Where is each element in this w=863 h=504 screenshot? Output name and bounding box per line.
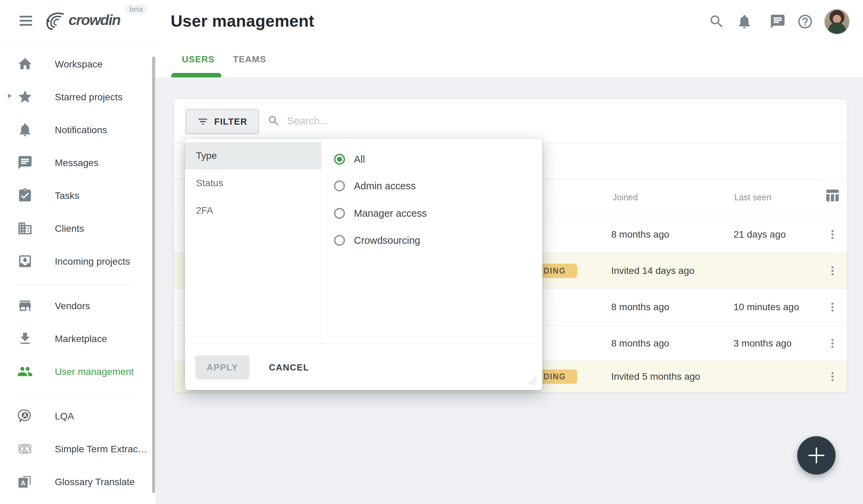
search-input[interactable] [286, 115, 500, 127]
panel-divider [321, 139, 321, 343]
table-search [267, 109, 500, 133]
filter-category-status[interactable]: Status [185, 169, 321, 197]
resize-handle[interactable] [528, 375, 539, 386]
sidebar-divider [16, 395, 134, 395]
user-management-screen: crowdin beta Workspace Starred projects … [0, 0, 863, 504]
sidebar-item-tasks[interactable]: Tasks [0, 186, 156, 207]
translate-icon: A [17, 474, 33, 490]
row-menu-icon[interactable] [826, 336, 839, 351]
svg-text:A: A [21, 480, 25, 487]
sidebar-item-simple-term-extractor[interactable]: E Simple Term Extrac… [0, 440, 156, 460]
atom-icon: E [17, 441, 33, 457]
radio-option-manager-access[interactable]: Manager access [334, 203, 427, 224]
column-settings-icon[interactable] [824, 188, 840, 203]
filter-dropdown-panel: Type Status 2FA All Admin access Manager… [185, 139, 542, 390]
active-tab-underline [171, 73, 221, 77]
inbox-download-icon [17, 253, 33, 269]
sidebar-item-incoming-projects[interactable]: Incoming projects [0, 252, 156, 273]
store-icon [17, 298, 33, 314]
sidebar-item-workspace[interactable]: Workspace [0, 55, 156, 75]
svg-text:E: E [23, 446, 27, 452]
bell-icon [17, 122, 33, 138]
filter-button[interactable]: FILTER [185, 109, 259, 134]
joined-cell: 8 months ago [611, 302, 669, 313]
row-menu-icon[interactable] [826, 227, 839, 242]
last-seen-cell: 21 days ago [733, 229, 786, 240]
crowdin-logo-text: crowdin [69, 12, 120, 28]
joined-cell: 8 months ago [611, 338, 669, 349]
search-icon[interactable] [708, 13, 725, 30]
cancel-button[interactable]: CANCEL [263, 355, 315, 379]
radio-option-crowdsourcing[interactable]: Crowdsourcing [334, 230, 420, 251]
download-icon [17, 331, 33, 346]
notifications-bell-icon[interactable] [736, 13, 753, 30]
sidebar-header: crowdin beta [0, 0, 156, 41]
page-title: User management [171, 12, 314, 30]
sidebar-item-messages[interactable]: Messages [0, 153, 156, 174]
column-header-joined[interactable]: Joined [613, 192, 638, 202]
sidebar-scrollbar[interactable] [152, 56, 155, 493]
radio-icon[interactable] [334, 208, 345, 219]
apply-button[interactable]: APPLY [195, 355, 249, 379]
tab-teams[interactable]: TEAMS [233, 54, 266, 65]
row-menu-icon[interactable] [826, 300, 839, 315]
lqa-bubble-icon: A [17, 408, 33, 424]
svg-text:A: A [23, 412, 27, 418]
people-icon [17, 364, 33, 379]
filter-category-type[interactable]: Type [185, 142, 321, 169]
radio-icon[interactable] [334, 180, 345, 191]
last-seen-cell: 10 minutes ago [733, 302, 799, 313]
radio-option-all[interactable]: All [334, 149, 365, 169]
messages-chat-icon[interactable] [769, 13, 786, 30]
radio-option-admin-access[interactable]: Admin access [334, 176, 416, 196]
radio-icon[interactable] [334, 235, 345, 246]
star-icon [17, 89, 33, 105]
panel-footer-divider [185, 343, 542, 344]
sidebar-item-user-management[interactable]: User management [0, 362, 156, 383]
joined-cell: Invited 14 days ago [611, 265, 694, 276]
crowdin-logo-icon [45, 12, 66, 31]
search-icon [267, 114, 280, 127]
sidebar-item-starred-projects[interactable]: Starred projects [0, 88, 156, 108]
sidebar-divider [16, 285, 134, 285]
sidebar-item-marketplace[interactable]: Marketplace [0, 329, 156, 350]
chat-icon [17, 155, 33, 171]
last-seen-cell: 3 months ago [733, 338, 792, 349]
building-icon [17, 220, 33, 236]
filter-category-2fa[interactable]: 2FA [185, 197, 321, 224]
home-icon [17, 56, 33, 72]
sidebar-item-clients[interactable]: Clients [0, 219, 156, 240]
radio-selected-icon[interactable] [334, 154, 345, 165]
sidebar-item-vendors[interactable]: Vendors [0, 297, 156, 317]
filter-list-icon [197, 116, 209, 127]
sidebar-item-notifications[interactable]: Notifications [0, 121, 156, 141]
task-check-icon [17, 188, 33, 203]
sidebar: crowdin beta Workspace Starred projects … [0, 0, 156, 504]
menu-icon[interactable] [20, 16, 32, 26]
help-icon[interactable] [797, 13, 813, 30]
top-header: User management USERS TEAMS [156, 0, 863, 77]
add-user-fab[interactable] [797, 436, 836, 475]
joined-cell: 8 months ago [611, 229, 669, 240]
sidebar-item-glossary-translate[interactable]: A Glossary Translate [0, 473, 156, 493]
beta-badge: beta [125, 4, 148, 14]
row-menu-icon[interactable] [826, 369, 839, 384]
tab-users[interactable]: USERS [182, 54, 215, 65]
column-header-last-seen[interactable]: Last seen [734, 192, 771, 202]
row-menu-icon[interactable] [826, 263, 839, 278]
sidebar-item-lqa[interactable]: A LQA [0, 407, 156, 427]
joined-cell: Invited 5 months ago [611, 371, 700, 382]
user-avatar[interactable] [824, 9, 850, 35]
